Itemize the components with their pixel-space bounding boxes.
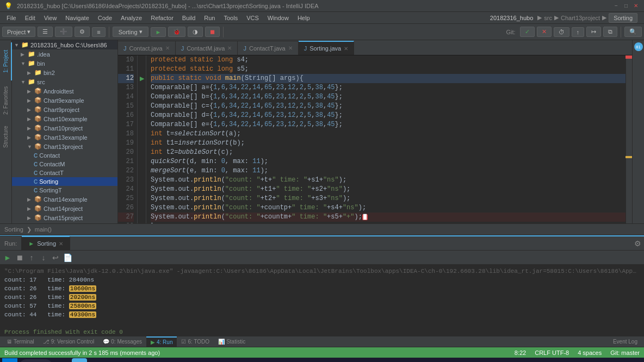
toolbar-btn-4[interactable]: ≡ [92, 27, 105, 37]
right-gutter [626, 55, 632, 223]
panel-tab-project[interactable]: 1: Project [0, 42, 12, 80]
tab-contactt-close[interactable]: ✕ [288, 45, 293, 51]
package-icon-chart13example: 📦 [34, 134, 42, 141]
tab-contact-java[interactable]: J Contact.java ✕ [118, 41, 176, 55]
menu-code[interactable]: Code [94, 14, 116, 22]
sidebar-item-chart10example[interactable]: ▶ 📦 Chart10example [12, 114, 117, 123]
editor: J Contact.java ✕ J ContactM.java ✕ J Con… [118, 40, 632, 223]
toolbar-btn-3[interactable]: ⚙ [75, 27, 90, 37]
menu-tools[interactable]: Tools [219, 14, 242, 22]
bottom-run-close[interactable]: ✕ [59, 241, 63, 247]
menu-navigate[interactable]: Navigate [61, 14, 93, 22]
panel-tab-favorites[interactable]: 2: Favorites [0, 82, 12, 120]
sidebar-item-bin2[interactable]: ▶ 📁 bin2 [12, 68, 117, 77]
sorting-breadcrumb[interactable]: Sorting [609, 13, 637, 23]
sidebar-item-contactm[interactable]: C ContactM [12, 160, 117, 168]
bottombar-run[interactable]: ▶ 4: Run [146, 336, 177, 347]
sidebar-item-bin[interactable]: ▼ 📁 bin [12, 59, 117, 68]
stop-button[interactable]: ◼ [205, 27, 220, 37]
event-log-button[interactable]: Event Log [609, 339, 642, 345]
sidebar-item-chart13project[interactable]: ▼ 📦 Chart13project [12, 142, 117, 151]
bottombar-messages[interactable]: 💬 0: Messages [98, 336, 146, 347]
sidebar-item-chart13example[interactable]: ▶ 📦 Chart13example [12, 133, 117, 142]
taskview-button[interactable]: ⧉ [54, 358, 70, 362]
menu-vcs[interactable]: VCS [242, 14, 263, 22]
run-button[interactable]: ► [151, 27, 166, 37]
toolbar-btn-2[interactable]: ➕ [55, 27, 72, 37]
menu-view[interactable]: View [40, 14, 61, 22]
bottombar-terminal[interactable]: 🖥 Terminal [2, 336, 39, 347]
debug-button[interactable]: 🐞 [168, 27, 185, 37]
sidebar-item-chart9example[interactable]: ▶ 📦 Chart9example [12, 96, 117, 105]
code-area[interactable]: 10 11 12 13 14 15 16 17 18 19 20 21 22 2… [118, 55, 632, 223]
tab-contactt-java[interactable]: J ContactT.java ✕ [238, 41, 298, 55]
sidebar-item-sortingt[interactable]: C SortingT [12, 186, 117, 195]
tab-sorting-close[interactable]: ✕ [344, 46, 348, 52]
toolbar-btn-1[interactable]: ☰ [38, 27, 53, 37]
sidebar-item-chart10project[interactable]: ▶ 📦 Chart10project [12, 123, 117, 133]
sidebar-item-circular[interactable]: ▶ 📦 CircularArrayQueue [12, 222, 117, 223]
sidebar-item-idea[interactable]: ▶ 📁 .idea [12, 49, 117, 59]
java-file-icon: J [123, 45, 127, 52]
close-button[interactable]: ✕ [632, 2, 640, 10]
breadcrumb-sorting[interactable]: Sorting [4, 226, 23, 233]
menu-build[interactable]: Build [178, 14, 200, 22]
sidebar-item-contactt[interactable]: C ContactT [12, 168, 117, 177]
stop-run-button[interactable]: ⏹ [14, 252, 25, 263]
sidebar-chart10example-label: Chart10example [44, 116, 88, 122]
bottom-settings-button[interactable]: ⚙ [631, 237, 644, 250]
sidebar-item-src[interactable]: ▼ 📁 src [12, 77, 117, 86]
search-taskbar[interactable]: 🔍 [20, 359, 52, 362]
git-push-button[interactable]: ↦ [586, 27, 601, 37]
search-everywhere-button[interactable]: 🔍 [624, 27, 642, 37]
sidebar-item-contact[interactable]: C Contact [12, 151, 117, 160]
right-panel-indicator: 81 [634, 42, 643, 51]
panel-tab-structure[interactable]: Structure [0, 121, 12, 153]
code-content[interactable]: protected static long s4; protected stat… [146, 55, 626, 223]
bottombar-vcs[interactable]: ⎇ 9: Version Control [39, 336, 99, 347]
menu-file[interactable]: File [2, 14, 21, 22]
java-file-icon-3: J [243, 45, 246, 52]
taskbar-intellij[interactable]: I [72, 358, 87, 362]
sidebar-item-chart9project[interactable]: ▶ 📦 Chart9project [12, 105, 117, 114]
git-history-button[interactable]: ⧉ [603, 27, 617, 37]
sidebar-item-androidtest[interactable]: ▶ 📦 Androidtest [12, 86, 117, 96]
sidebar-item-chart14project[interactable]: ▶ 📦 Chart14project [12, 204, 117, 213]
menu-run[interactable]: Run [200, 14, 219, 22]
scroll-up-button[interactable]: ↑ [26, 252, 37, 263]
tab-contact-close[interactable]: ✕ [165, 45, 170, 51]
run-config-dropdown[interactable]: Sorting ▾ [113, 27, 148, 37]
bottom-tab-run[interactable]: ► Sorting ✕ [22, 236, 70, 250]
bottombar-todo[interactable]: ☑ 6: TODO [177, 336, 214, 347]
sidebar-item-chart14example[interactable]: ▶ 📦 Chart14example [12, 195, 117, 204]
console-line-4: count: 57 time: 25800ns [4, 302, 640, 310]
git-check-button[interactable]: ✓ [520, 27, 535, 37]
menu-help[interactable]: Help [293, 14, 314, 22]
tab-sorting-java[interactable]: J Sorting.java ✕ [299, 41, 355, 55]
run-icon: ► [28, 240, 34, 247]
run-with-coverage-button[interactable]: ◑ [188, 27, 203, 37]
menu-refactor[interactable]: Refactor [146, 14, 178, 22]
git-clock-button[interactable]: ⏱ [554, 27, 569, 37]
rerun-button[interactable]: ► [2, 252, 13, 263]
git-update-button[interactable]: ↑ [572, 27, 585, 37]
sidebar-item-root[interactable]: ▼ 📁 20182316_hubo C:\Users\86 [12, 40, 117, 49]
project-dropdown[interactable]: Project ▾ [2, 27, 35, 37]
scroll-down-button[interactable]: ↓ [38, 252, 49, 263]
print-button[interactable]: 📄 [62, 252, 73, 263]
start-button[interactable]: ⋮ [2, 358, 17, 362]
bottombar-statistic[interactable]: 📊 Statistic [214, 336, 250, 347]
breadcrumb-method[interactable]: main() [35, 226, 52, 233]
tab-contactm-java[interactable]: J ContactM.java ✕ [176, 41, 238, 55]
tab-contactm-close[interactable]: ✕ [227, 45, 232, 51]
minimize-button[interactable]: − [612, 2, 620, 10]
git-x-button[interactable]: ✕ [537, 27, 552, 37]
menu-edit[interactable]: Edit [21, 14, 40, 22]
highlight-3: 20200ns [69, 294, 96, 301]
sidebar-item-sorting[interactable]: C Sorting [12, 177, 117, 186]
sidebar-item-chart15project[interactable]: ▶ 📦 Chart15project [12, 213, 117, 222]
menu-analyze[interactable]: Analyze [116, 14, 146, 22]
menu-window[interactable]: Window [263, 14, 293, 22]
soft-wrap-button[interactable]: ↩ [50, 252, 61, 263]
maximize-button[interactable]: □ [622, 2, 630, 10]
